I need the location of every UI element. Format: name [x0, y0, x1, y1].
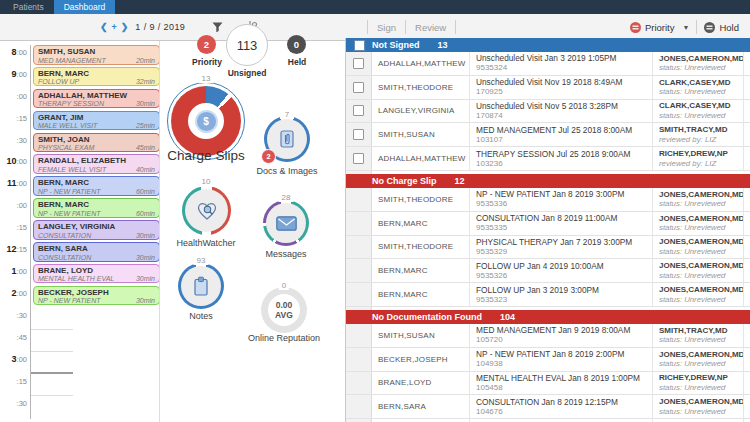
appointment-block[interactable]: BERN, SARA CONSULTATION 30min [33, 242, 160, 262]
appointment-patient-name: GRANT, JIM [38, 113, 155, 123]
held-count-badge[interactable]: 0 [287, 35, 306, 54]
schedule-time-label: :00 [0, 89, 30, 111]
appointment-block[interactable]: SMITH, SUSAN MED MANAGEMENT 20min [33, 45, 160, 65]
appointment-duration: 30min [136, 232, 155, 240]
panel-divider [159, 41, 160, 422]
app-window: Patients Dashboard ❮ + ❯ 1 / 9 / 2019 Si… [0, 0, 750, 422]
hold-button[interactable]: Hold [697, 22, 746, 33]
appointment-type: CONSULTATION [38, 254, 91, 262]
healthwatcher-widget[interactable] [182, 186, 231, 235]
row-extra-column [743, 395, 750, 418]
appointment-patient-name: BERN, MARC [38, 69, 155, 79]
appointment-duration: 20min [136, 57, 155, 65]
appointment-block[interactable]: BECKER, JOSEPH NP - NEW PATIENT 30min [33, 286, 160, 306]
charge-slips-count: 13 [199, 74, 214, 83]
schedule-time-label: :00 [0, 198, 30, 220]
worklist-panel[interactable]: Not Signed 13 ADHALLAH,MATTHEW Unschedul… [345, 38, 750, 422]
section-count: 12 [455, 176, 465, 186]
appointment-block[interactable]: BRANE, LOYD MENTAL HEALTH EVAL 30min [33, 264, 160, 284]
appointment-block[interactable]: ADHALLAH, MATTHEW THERAPY SESSION 30min [33, 89, 160, 109]
appointment-block[interactable]: SMITH, JOAN PHYSICAL EXAM 45min [33, 133, 160, 153]
appointment-block[interactable]: GRANT, JIM MALE WELL VISIT 25min [33, 111, 160, 131]
schedule-time-label: 12:15 [0, 242, 30, 264]
section-header[interactable]: No Charge Slip 12 [346, 174, 750, 188]
worklist-row[interactable]: BRANE,LOYD MENTAL HEALTH EVAL Jan 8 2019… [346, 372, 750, 396]
appointment-type: FEMALE WELL VISIT [38, 166, 106, 174]
worklist-row[interactable]: BERN,MARC FOLLOW UP Jan 4 2019 10:00AM 9… [346, 259, 750, 283]
charge-slips-donut[interactable]: $ [171, 86, 241, 156]
envelope-icon [276, 216, 297, 231]
row-checkbox[interactable] [353, 153, 364, 164]
review-button[interactable]: Review [406, 20, 455, 35]
tab-patients[interactable]: Patients [3, 0, 54, 14]
worklist-row[interactable]: BERN,SARA CONSULTATION Jan 8 2019 12:15P… [346, 395, 750, 419]
worklist-row[interactable]: BERN,MARC FOLLOW UP Jan 3 2019 3:00PM 95… [346, 283, 750, 307]
row-patient-name: LANGLEY,VIRGINIA [378, 106, 469, 115]
next-day-icon[interactable]: ❯ [121, 22, 129, 32]
appointment-type: NP - NEW PATIENT [38, 210, 100, 218]
row-gutter [346, 188, 372, 211]
appointment-block[interactable]: LANGLEY, VIRGINIA CONSULTATION 30min [33, 220, 160, 240]
row-gutter [346, 52, 372, 75]
priority-button[interactable]: Priority ▼ [623, 22, 697, 33]
worklist-row[interactable]: SMITH,SUSAN MED MANAGEMENT Jan 9 2019 8:… [346, 324, 750, 348]
worklist-row[interactable]: SMITH,THEODORE PHYSICAL THERAPY Jan 7 20… [346, 236, 750, 260]
worklist-row[interactable]: SMITH,THEODORE NP - NEW PATIENT Jan 8 20… [346, 188, 750, 212]
appointment-type: NP - NEW PATIENT [38, 188, 100, 196]
worklist-row[interactable]: SMITH,SUSAN MED MANAGEMENT Jul 25 2018 8… [346, 123, 750, 147]
appointment-duration: 60min [136, 210, 155, 218]
priority-icon [630, 22, 641, 33]
appointment-type: MALE WELL VISIT [38, 122, 97, 130]
row-checkbox[interactable] [353, 58, 364, 69]
worklist-row[interactable]: BERN,MARC CONSULTATION Jan 8 2019 11:00A… [346, 212, 750, 236]
row-patient-name: SMITH,THEODORE [378, 83, 469, 92]
tab-dashboard[interactable]: Dashboard [54, 0, 116, 14]
notes-widget[interactable] [178, 263, 224, 309]
worklist-row[interactable]: SMITH,THEODORE Unscheduled Visit Nov 19 … [346, 76, 750, 100]
section-title: No Charge Slip [372, 176, 437, 186]
section-select-all-checkbox[interactable] [354, 40, 365, 51]
row-gutter [346, 324, 372, 347]
section-header[interactable]: No Documentation Found 104 [346, 310, 750, 324]
row-visit-description: NP - NEW PATIENT Jan 8 2019 2:00PM [476, 349, 652, 359]
row-review-status: status: Unreviewed [659, 407, 743, 417]
row-patient-name: ADHALLAH,MATTHEW [378, 154, 469, 163]
appointment-duration: 30min [136, 275, 155, 283]
row-extra-column [743, 212, 750, 235]
row-patient-name: SMITH,THEODORE [378, 242, 469, 251]
schedule-slot: 1:00 BRANE, LOYD MENTAL HEALTH EVAL 30mi… [0, 264, 160, 286]
messages-count: 28 [279, 193, 294, 202]
priority-count-badge[interactable]: 2 [197, 35, 216, 54]
worklist-row[interactable]: BECKER,JOSEPH NP - NEW PATIENT Jan 8 201… [346, 348, 750, 372]
filter-icon[interactable] [212, 14, 223, 40]
online-reputation-widget[interactable]: 0.00 AVG [261, 287, 307, 333]
current-date[interactable]: 1 / 9 / 2019 [135, 22, 185, 32]
worklist-row[interactable]: ADHALLAH,MATTHEW Unscheduled Visit Jan 3… [346, 52, 750, 76]
appointment-block[interactable]: BERN, MARC NP - NEW PATIENT 60min [33, 176, 160, 196]
row-extra-column [743, 76, 750, 99]
row-review-status: status: Unreviewed [659, 247, 743, 257]
section-header[interactable]: Not Signed 13 [346, 38, 750, 52]
row-gutter [346, 100, 372, 123]
row-visit-id: 103107 [476, 135, 652, 145]
worklist-row[interactable]: ADHALLAH,MATTHEW THERAPY SESSION Jul 25 … [346, 147, 750, 171]
prev-day-icon[interactable]: ❮ [100, 22, 108, 32]
appointment-block[interactable]: BERN, MARC NP - NEW PATIENT 60min [33, 198, 160, 218]
schedule-slot: :00 ADHALLAH, MATTHEW THERAPY SESSION 30… [0, 89, 160, 111]
schedule-slot: :45 [0, 330, 160, 352]
chevron-down-icon: ▼ [683, 24, 690, 31]
schedule-panel[interactable]: 8:00 SMITH, SUSAN MED MANAGEMENT 20min 9… [0, 41, 160, 422]
worklist-row[interactable]: LANGLEY,VIRGINIA Unscheduled Visit Nov 5… [346, 100, 750, 124]
unsigned-count-badge[interactable]: 113 [226, 24, 268, 66]
row-extra-column [743, 324, 750, 347]
messages-widget[interactable] [263, 200, 309, 246]
row-checkbox[interactable] [353, 105, 364, 116]
appointment-type: CONSULTATION [38, 232, 91, 240]
add-day-icon[interactable]: + [112, 22, 117, 32]
row-checkbox[interactable] [353, 129, 364, 140]
row-checkbox[interactable] [353, 82, 364, 93]
schedule-time-label: 1:00 [0, 264, 30, 286]
appointment-block[interactable]: RANDALL, ELIZABETH FEMALE WELL VISIT 40m… [33, 154, 160, 174]
sign-button[interactable]: Sign [368, 20, 405, 35]
appointment-block[interactable]: BERN, MARC FOLLOW UP 32min [33, 67, 160, 87]
